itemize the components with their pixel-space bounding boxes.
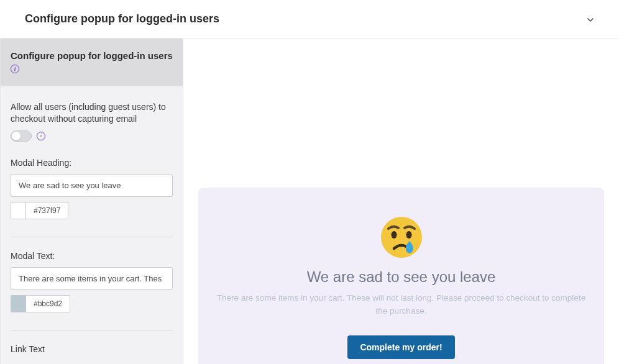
modal-text-label: Modal Text:: [11, 251, 173, 261]
divider: [11, 330, 173, 330]
complete-order-button[interactable]: Complete my order!: [347, 335, 454, 359]
color-swatch: [11, 296, 26, 312]
toggle-knob: [12, 132, 21, 140]
modal-heading-label: Modal Heading:: [11, 158, 173, 168]
preview-area: We are sad to see you leave There are so…: [183, 39, 619, 364]
svg-point-0: [381, 217, 422, 258]
settings-sidebar: Configure popup for logged-in users i Al…: [0, 39, 183, 364]
divider: [11, 237, 173, 237]
modal-text-input[interactable]: [11, 267, 173, 290]
preview-heading: We are sad to see you leave: [216, 268, 587, 286]
chevron-down-icon: [587, 16, 594, 23]
preview-text: There are some items in your cart. These…: [216, 292, 587, 318]
page-title: Configure popup for logged-in users: [25, 12, 219, 25]
color-swatch: [11, 202, 26, 219]
sidebar-header: Configure popup for logged-in users i: [1, 39, 183, 86]
modal-heading-input[interactable]: [11, 174, 173, 197]
color-value: #bbc9d2: [26, 296, 70, 312]
info-icon[interactable]: i: [11, 65, 19, 73]
allow-all-users-toggle[interactable]: [11, 130, 32, 142]
modal-heading-color-picker[interactable]: #737f97: [11, 202, 68, 219]
sidebar-header-text: Configure popup for logged-in users: [11, 50, 173, 61]
preview-modal: We are sad to see you leave There are so…: [198, 188, 604, 364]
allow-all-users-label: Allow all users (including guest users) …: [11, 101, 173, 125]
svg-point-2: [406, 231, 411, 239]
sad-emoji-icon: [379, 215, 424, 260]
color-value: #737f97: [26, 202, 68, 219]
modal-text-color-picker[interactable]: #bbc9d2: [11, 295, 70, 312]
info-icon[interactable]: i: [37, 132, 45, 140]
collapsible-header[interactable]: Configure popup for logged-in users: [0, 0, 619, 39]
svg-point-1: [391, 231, 397, 239]
link-text-label: Link Text: [11, 344, 173, 354]
